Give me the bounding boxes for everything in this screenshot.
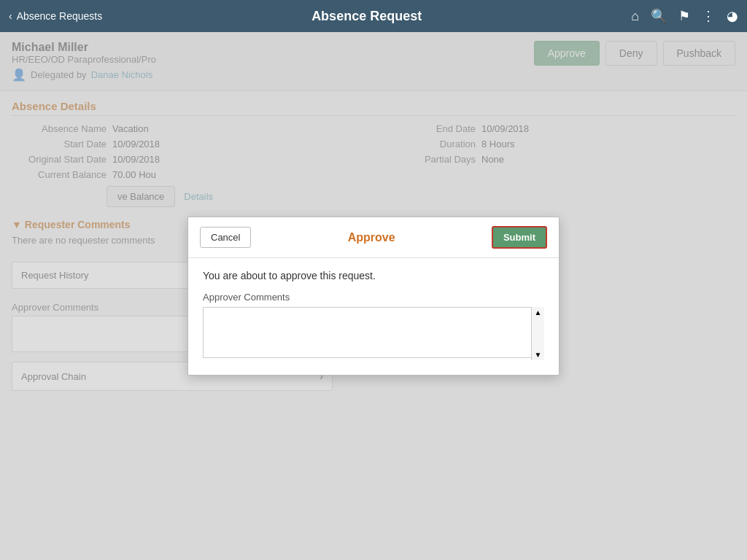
home-icon[interactable]: ⌂ bbox=[631, 9, 639, 24]
top-navigation: ‹ Absence Requests Absence Request ⌂ 🔍 ⚑… bbox=[0, 0, 747, 32]
modal-cancel-button[interactable]: Cancel bbox=[200, 227, 251, 248]
more-icon[interactable]: ⋮ bbox=[702, 8, 715, 24]
nav-icons: ⌂ 🔍 ⚑ ⋮ ◕ bbox=[631, 8, 738, 24]
modal-textarea-wrapper: ▲ ▼ bbox=[203, 307, 544, 360]
modal-title: Approve bbox=[251, 231, 491, 244]
modal-scroll-down-icon[interactable]: ▼ bbox=[535, 351, 542, 359]
search-icon[interactable]: 🔍 bbox=[651, 8, 667, 24]
modal-scrollbar: ▲ ▼ bbox=[531, 307, 544, 360]
modal-scroll-up-icon[interactable]: ▲ bbox=[535, 308, 542, 316]
modal-body: You are about to approve this request. A… bbox=[188, 258, 559, 375]
compass-icon[interactable]: ◕ bbox=[727, 8, 738, 24]
approve-modal: Cancel Approve Submit You are about to a… bbox=[187, 217, 560, 376]
page-title: Absence Request bbox=[102, 9, 631, 24]
back-label: Absence Requests bbox=[17, 10, 103, 22]
modal-message: You are about to approve this request. bbox=[203, 270, 544, 281]
flag-icon[interactable]: ⚑ bbox=[678, 8, 690, 24]
modal-submit-button[interactable]: Submit bbox=[492, 226, 547, 249]
main-content: Michael Miller HR/EEO/OD Paraprofessiona… bbox=[0, 32, 747, 560]
back-button[interactable]: ‹ Absence Requests bbox=[9, 10, 102, 22]
back-arrow-icon: ‹ bbox=[9, 10, 12, 22]
modal-header: Cancel Approve Submit bbox=[188, 217, 559, 258]
modal-approver-comments-input[interactable] bbox=[203, 307, 544, 358]
modal-comments-label: Approver Comments bbox=[203, 292, 544, 303]
